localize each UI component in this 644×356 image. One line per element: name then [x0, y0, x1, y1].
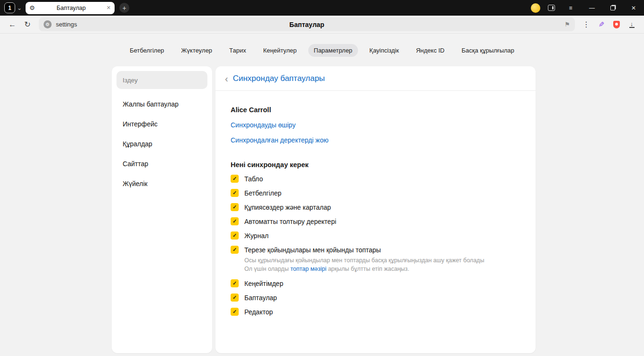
checkbox-tableau[interactable]: ✓ — [231, 175, 239, 183]
checkbox-history[interactable]: ✓ — [231, 231, 239, 240]
check-icon: ✓ — [233, 176, 237, 181]
new-tab-button[interactable]: + — [119, 3, 129, 13]
check-icon: ✓ — [233, 190, 237, 196]
page-title: Баптаулар — [39, 21, 575, 28]
tab-extensions[interactable]: Кеңейтулер — [258, 44, 303, 57]
site-icon: ⚙ — [44, 20, 52, 28]
address-bar[interactable]: ⚙ settings Баптаулар ⚑ — [39, 18, 575, 31]
sync-item-settings: ✓ Баптаулар — [231, 294, 520, 302]
browser-toolbar: ← ↻ ⚙ settings Баптаулар ⚑ ⋮ ✎ ↓ — [0, 16, 644, 34]
delete-synced-data-link[interactable]: Синхрондалған деректерді жою — [231, 137, 329, 143]
tab-close-icon[interactable]: ✕ — [107, 5, 111, 11]
checkbox-extensions[interactable]: ✓ — [231, 279, 239, 287]
tab-groups-menu-link[interactable]: топтар мәзірі — [290, 266, 326, 272]
device-sync-icon[interactable] — [548, 5, 555, 11]
disable-sync-link[interactable]: Синхрондауды өшіру — [231, 122, 295, 128]
tab-counter-button[interactable]: 1 — [4, 2, 15, 13]
settings-gear-icon: ⚙ — [29, 4, 35, 11]
sidebar-item-interface[interactable]: Интерфейс — [123, 118, 201, 130]
sidebar-item-tools[interactable]: Құралдар — [123, 138, 201, 150]
bookmark-icon[interactable]: ⚑ — [564, 21, 570, 28]
check-icon: ✓ — [233, 219, 237, 224]
settings-nav-tabs: Бетбелгілер Жүктеулер Тарих Кеңейтулер П… — [0, 34, 644, 57]
sidebar-list: Жалпы баптаулар Интерфейс Құралдар Сайтт… — [116, 89, 207, 189]
back-chevron-icon[interactable]: ‹ — [225, 74, 228, 83]
settings-page: Бетбелгілер Жүктеулер Тарих Кеңейтулер П… — [0, 34, 644, 356]
account-name: Alice Carroll — [231, 106, 520, 114]
checkbox-autofill[interactable]: ✓ — [231, 217, 239, 225]
sidebar-item-general[interactable]: Жалпы баптаулар — [123, 98, 201, 110]
sync-item-bookmarks: ✓ Бетбелгілер — [231, 189, 520, 197]
sidebar-item-sites[interactable]: Сайттар — [123, 158, 201, 169]
browser-tab[interactable]: ⚙ Баптаулар ✕ — [26, 2, 115, 14]
check-icon: ✓ — [233, 295, 237, 300]
checkbox-settings[interactable]: ✓ — [231, 294, 239, 302]
check-icon: ✓ — [233, 247, 237, 252]
tab-other-devices[interactable]: Басқа құрылғылар — [456, 44, 520, 57]
sync-settings-header: ‹ Синхрондау баптаулары — [215, 66, 536, 91]
sync-settings-panel: ‹ Синхрондау баптаулары Alice Carroll Си… — [215, 66, 536, 353]
check-icon: ✓ — [233, 281, 237, 286]
sync-item-extensions: ✓ Кеңейтімдер — [231, 279, 520, 287]
check-icon: ✓ — [233, 309, 237, 314]
editor-pen-icon[interactable]: ✎ — [595, 18, 608, 31]
tab-bookmarks[interactable]: Бетбелгілер — [124, 44, 170, 57]
tab-yandex-id[interactable]: Яндекс ID — [410, 44, 450, 57]
close-window-button[interactable]: ✕ — [623, 0, 644, 16]
kebab-menu-icon[interactable]: ⋮ — [580, 18, 593, 31]
sync-settings-title: Синхрондау баптаулары — [233, 74, 325, 83]
tab-title: Баптаулар — [39, 5, 104, 11]
sync-item-history: ✓ Журнал — [231, 231, 520, 240]
user-avatar[interactable] — [531, 3, 540, 13]
sync-item-autofill: ✓ Автоматты толтыру деректері — [231, 217, 520, 225]
checkbox-passwords[interactable]: ✓ — [231, 203, 239, 211]
tabs-sync-note: Осы құрылғыдағы қойындылар мен топтарды … — [244, 256, 510, 273]
back-button[interactable]: ← — [6, 18, 19, 31]
settings-sidebar: Жалпы баптаулар Интерфейс Құралдар Сайтт… — [112, 66, 212, 353]
protect-shield-icon[interactable] — [610, 18, 623, 31]
downloads-icon[interactable]: ↓ — [625, 18, 638, 31]
search-input[interactable] — [116, 71, 207, 89]
restore-button[interactable] — [602, 0, 623, 16]
checkbox-tabs[interactable]: ✓ — [231, 246, 239, 254]
what-to-sync-heading: Нені синхрондау керек — [231, 161, 520, 169]
tab-settings[interactable]: Параметрлер — [308, 44, 358, 57]
check-icon: ✓ — [233, 205, 237, 210]
sync-item-tableau: ✓ Табло — [231, 175, 520, 183]
checkbox-editor[interactable]: ✓ — [231, 308, 239, 316]
checkbox-bookmarks[interactable]: ✓ — [231, 189, 239, 197]
minimize-button[interactable]: — — [581, 0, 602, 16]
sync-item-editor: ✓ Редактор — [231, 308, 520, 316]
reload-button[interactable]: ↻ — [21, 18, 34, 31]
check-icon: ✓ — [233, 233, 237, 238]
sync-item-passwords: ✓ Құпиясөздер және карталар — [231, 203, 520, 211]
tab-security[interactable]: Қауіпсіздік — [364, 44, 404, 57]
sync-item-tabs: ✓ Терезе қойындылары мен қойынды топтары — [231, 246, 520, 254]
window-titlebar: 1 ⌄ ⚙ Баптаулар ✕ + ≡ — ✕ — [0, 0, 644, 16]
tab-downloads[interactable]: Жүктеулер — [176, 44, 218, 57]
tab-history[interactable]: Тарих — [224, 44, 252, 57]
chevron-down-icon[interactable]: ⌄ — [17, 5, 22, 11]
hamburger-menu-icon[interactable]: ≡ — [564, 0, 578, 16]
sync-settings-body: Alice Carroll Синхрондауды өшіру Синхрон… — [215, 91, 536, 325]
sidebar-item-system[interactable]: Жүйелік — [123, 178, 201, 189]
url-text: settings — [56, 21, 77, 28]
